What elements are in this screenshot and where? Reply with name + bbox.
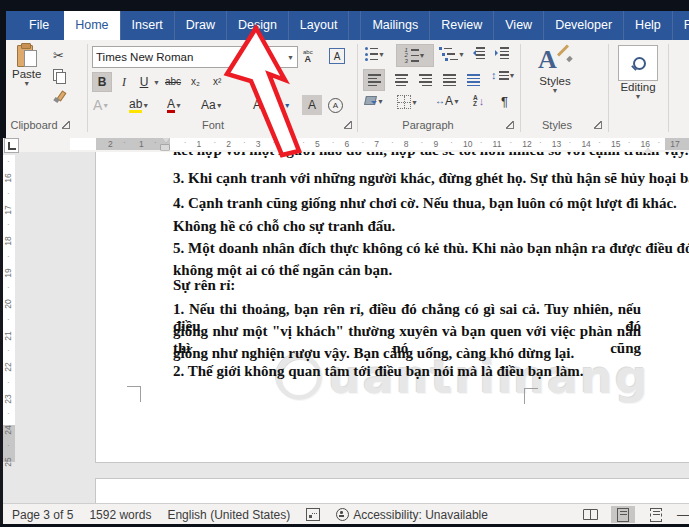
window-frame-left-lower [0,138,3,527]
align-right-icon [419,74,432,86]
page-indicator[interactable]: Page 3 of 5 [12,508,73,522]
ruler-number: 5 [315,139,320,149]
highlight-color-button[interactable]: ab▼ [128,95,150,115]
web-layout-button[interactable] [644,506,668,523]
ruler-tick: · [450,138,453,147]
next-page[interactable] [95,478,689,503]
document-line: 5. Một doanh nhân đích thực không có kẻ … [173,240,641,257]
tab-help[interactable]: Help [623,11,672,40]
tab-insert[interactable]: Insert [120,11,174,40]
font-name-dropdown-arrow: ▼ [237,54,244,61]
align-right-button[interactable] [414,69,436,91]
tab-layout[interactable]: Layout [288,11,349,40]
language-indicator[interactable]: English (United States) [167,508,290,522]
bullets-button[interactable]: ▼ [364,46,386,62]
superscript-button[interactable]: x² [212,72,222,92]
ruler-tick: · [539,138,542,147]
ruler-number: 16 [3,173,13,182]
align-left-button[interactable] [363,69,385,91]
asian-layout-button[interactable]: ↔A▼ [434,94,461,108]
copy-button[interactable] [52,68,66,83]
vertical-ruler: 16·17·18·19·20·21·22·23·24·25· [3,152,16,503]
borders-button[interactable]: ▼ [396,94,419,110]
font-size-combo[interactable]: 13 ▼ [246,46,298,68]
underline-button[interactable]: U [135,72,153,92]
subscript-button[interactable]: x₂ [190,72,201,92]
character-shading-button[interactable]: A [302,95,322,115]
text-effects-button[interactable]: A▼ [92,95,110,115]
sort-button[interactable]: AZ↓ [472,94,485,108]
print-layout-button[interactable] [611,506,635,523]
text-effects-small-button[interactable]: A [252,72,262,92]
clipboard-dialog-launcher[interactable] [62,121,70,129]
editing-button-label: Editing [620,81,655,93]
strikethrough-button[interactable]: abc [164,72,182,92]
tab-references[interactable]: References [348,11,360,40]
ruler-number: 24 [3,425,13,434]
ribbon: Paste ▼ ✂ Clipboard Times New Roman ▼ 13… [0,40,689,137]
ruler-number: 18 [3,236,13,245]
font-dialog-launcher[interactable] [344,121,352,129]
ruler-tick: · [243,138,246,147]
justify-icon [443,74,456,86]
tab-home[interactable]: Home [64,11,119,40]
cut-button[interactable]: ✂ [52,48,65,63]
justify-button[interactable] [438,69,460,91]
document-page[interactable]: uantrimang kết hợp với một người nào đó … [95,152,689,463]
zoom-out-button[interactable]: — [677,507,689,522]
grow-font-button[interactable]: A▼ [252,95,269,115]
ruler-number: 4 [285,139,290,149]
numbering-button[interactable]: 123▼ [396,44,434,67]
tab-file[interactable]: File [14,11,64,40]
increase-indent-button[interactable] [494,46,510,60]
underline-dropdown-arrow[interactable]: ▼ [153,79,160,86]
paste-button[interactable]: Paste ▼ [12,44,41,87]
macro-recording-icon[interactable] [306,508,320,521]
tab-design[interactable]: Design [226,11,288,40]
editing-button[interactable]: Editing ▼ [618,45,658,100]
right-indent-marker[interactable] [644,144,652,153]
line-spacing-button[interactable]: ↕▼ [490,69,516,82]
ruler-number: 14 [581,139,590,149]
font-color-button[interactable]: A▼ [166,95,183,115]
ruler-tick: · [480,138,483,147]
format-painter-button[interactable] [52,90,67,105]
tab-mailings[interactable]: Mailings [360,11,429,40]
word-count[interactable]: 1592 words [89,508,151,522]
styles-dialog-launcher[interactable] [594,121,602,129]
tab-developer[interactable]: Developer [543,11,623,40]
tab-foxit-read[interactable]: Foxit Read [672,11,689,40]
distribute-button[interactable] [462,69,484,91]
tab-draw[interactable]: Draw [174,11,226,40]
phonetic-guide-button[interactable]: abcA [302,48,314,65]
shading-button[interactable]: ▼ [363,94,385,108]
show-hide-marks-button[interactable]: ¶ [500,94,509,109]
font-name-combo[interactable]: Times New Roman ▼ [92,46,248,68]
character-border-button[interactable]: A [328,47,346,65]
shrink-font-button[interactable]: A▼ [276,95,292,115]
ruler-tick: · [7,220,10,229]
styles-button[interactable]: A Styles ▼ [538,45,572,94]
multilevel-list-button[interactable]: ▼ [438,46,466,62]
enclose-characters-button[interactable]: A [327,95,344,115]
tab-view[interactable]: View [493,11,543,40]
bold-button[interactable]: B [92,72,112,92]
tab-review[interactable]: Review [429,11,493,40]
document-line: Sự rên rỉ: [173,277,641,294]
paragraph-dialog-launcher[interactable] [506,121,514,129]
ruler-tick: · [7,346,10,355]
ruler-tick: · [7,252,10,261]
decrease-indent-button[interactable] [470,46,486,60]
ruler-tick: · [391,138,394,147]
ruler-number: 6 [345,139,350,149]
change-case-button[interactable]: Aa▼ [200,95,224,115]
italic-button[interactable]: I [115,72,133,92]
status-bar: Page 3 of 5 1592 words English (United S… [3,503,689,525]
accessibility-status[interactable]: Accessibility: Unavailable [336,508,488,522]
tab-selector[interactable] [4,138,19,153]
left-indent-marker[interactable] [161,145,169,150]
read-mode-button[interactable] [578,506,602,523]
ruler-tick: · [7,283,10,292]
align-center-button[interactable] [390,69,412,91]
ruler-number: 19 [3,268,13,277]
